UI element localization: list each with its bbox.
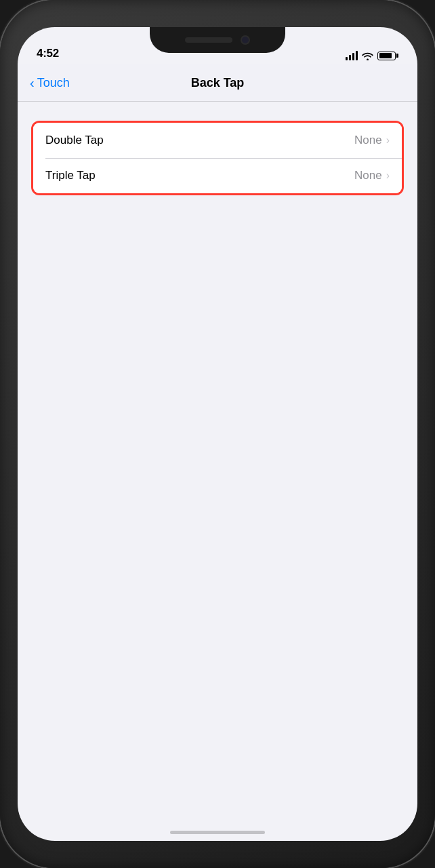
phone-frame: 4:52 [0,0,435,868]
wifi-icon [362,52,373,60]
battery-icon [377,52,398,60]
speaker [185,37,232,43]
double-tap-value-container: None › [354,134,390,147]
back-button[interactable]: ‹ Touch [30,75,70,91]
notch [150,27,285,53]
settings-list: Double Tap None › Triple Tap None › [31,121,404,195]
back-label: Touch [37,76,70,90]
front-camera [241,35,250,45]
triple-tap-row[interactable]: Triple Tap None › [33,158,402,193]
double-tap-row[interactable]: Double Tap None › [33,123,402,158]
double-tap-value: None [354,134,382,147]
phone-screen: 4:52 [18,27,417,841]
triple-tap-value: None [354,169,382,182]
triple-tap-label: Triple Tap [45,169,96,182]
triple-tap-value-container: None › [354,169,390,182]
home-indicator [170,831,265,834]
status-time: 4:52 [37,47,59,60]
double-tap-label: Double Tap [45,134,104,147]
content-area: Double Tap None › Triple Tap None › [18,102,417,841]
signal-icon [346,51,358,60]
page-title: Back Tap [191,76,245,90]
navigation-bar: ‹ Touch Back Tap [18,64,417,102]
status-icons [346,51,398,60]
back-chevron-icon: ‹ [30,75,35,91]
double-tap-chevron-icon: › [386,134,390,146]
triple-tap-chevron-icon: › [386,170,390,182]
